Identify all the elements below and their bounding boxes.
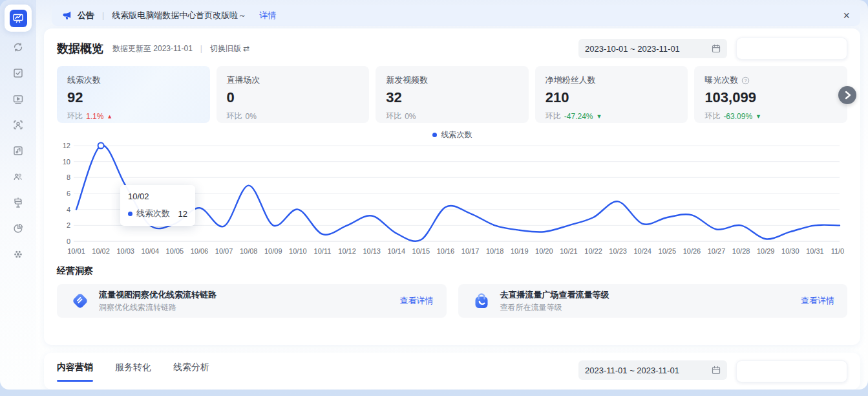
settings-icon[interactable] bbox=[12, 248, 24, 260]
stat-delta: 环比 0% bbox=[227, 111, 359, 122]
svg-text:10/29: 10/29 bbox=[757, 247, 775, 255]
stat-card-exposure[interactable]: 曝光次数 ? 103,099 环比 -63.09% ▼ bbox=[694, 66, 847, 123]
stat-card-row: 线索次数 92 环比 1.1% ▲ 直播场次 0 环比 0% 新发视频数 32 bbox=[57, 66, 847, 123]
svg-text:10/17: 10/17 bbox=[461, 247, 480, 255]
insight-subtitle: 洞察优化线索流转链路 bbox=[99, 302, 217, 313]
content-note-icon[interactable] bbox=[12, 145, 24, 157]
legend-label: 线索次数 bbox=[441, 129, 472, 140]
insight-card-live-traffic[interactable]: 去直播流量广场查看流量等级 查看所在流量等级 查看详情 bbox=[458, 284, 848, 318]
insight-title: 去直播流量广场查看流量等级 bbox=[500, 289, 609, 301]
bottom-date-range-picker[interactable]: 2023-11-01 ~ 2023-11-01 bbox=[578, 360, 727, 380]
page-title: 数据概览 bbox=[57, 41, 103, 56]
trend-down-icon: ▼ bbox=[756, 113, 761, 120]
sidebar bbox=[0, 0, 36, 390]
audience-icon[interactable] bbox=[12, 171, 24, 182]
svg-text:11/01: 11/01 bbox=[831, 247, 845, 255]
date-range-picker[interactable]: 2023-10-01 ~ 2023-11-01 bbox=[578, 39, 727, 58]
bottom-panel: 内容营销 服务转化 线索分析 2023-11-01 ~ 2023-11-01 bbox=[44, 353, 860, 390]
chevron-right-icon bbox=[838, 86, 856, 104]
refresh-icon[interactable] bbox=[12, 41, 24, 53]
stat-delta: 环比 -47.24% ▼ bbox=[545, 111, 678, 122]
stat-card-new-videos[interactable]: 新发视频数 32 环比 0% bbox=[376, 66, 529, 123]
stat-label: 新发视频数 bbox=[386, 74, 518, 86]
sidebar-item-data-center[interactable] bbox=[5, 5, 32, 32]
pie-chart-icon[interactable] bbox=[12, 223, 24, 234]
help-icon[interactable]: ? bbox=[741, 76, 750, 85]
svg-text:10/31: 10/31 bbox=[806, 247, 824, 255]
svg-text:10/14: 10/14 bbox=[387, 247, 405, 255]
svg-text:10/02: 10/02 bbox=[92, 247, 110, 255]
svg-text:10/25: 10/25 bbox=[659, 247, 677, 255]
video-icon[interactable] bbox=[12, 93, 24, 105]
svg-text:10/20: 10/20 bbox=[535, 247, 553, 255]
tab-service-conversion[interactable]: 服务转化 bbox=[115, 362, 151, 382]
switch-old-version-link[interactable]: 切换旧版 ⇄ bbox=[210, 43, 249, 54]
stat-label: 线索次数 bbox=[67, 74, 200, 86]
overview-panel: 数据概览 数据更新至 2023-11-01 | 切换旧版 ⇄ 2023-10-0… bbox=[44, 28, 860, 345]
chart-tooltip: 10/02 线索次数 12 bbox=[120, 185, 195, 226]
svg-text:?: ? bbox=[745, 78, 747, 83]
svg-text:10/01: 10/01 bbox=[67, 247, 85, 255]
svg-text:10/09: 10/09 bbox=[264, 247, 282, 255]
stat-value: 103,099 bbox=[704, 89, 837, 106]
chart-legend[interactable]: 线索次数 bbox=[57, 129, 847, 140]
svg-text:10/18: 10/18 bbox=[486, 247, 504, 255]
shopping-bag-icon bbox=[471, 291, 492, 311]
insight-card-traffic-view[interactable]: 流量视图洞察优化线索流转链路 洞察优化线索流转链路 查看详情 bbox=[57, 284, 447, 318]
announcement-bar: 公告 | 线索版电脑端数据中心首页改版啦～ 详情 × bbox=[52, 5, 860, 26]
svg-text:10/22: 10/22 bbox=[584, 247, 602, 255]
header-divider: | bbox=[200, 44, 202, 53]
customer-focus-icon[interactable] bbox=[12, 119, 24, 131]
tooltip-series-dot-icon bbox=[128, 212, 132, 216]
megaphone-icon bbox=[62, 10, 72, 21]
scroll-right-button[interactable] bbox=[838, 86, 856, 104]
stat-card-leads[interactable]: 线索次数 92 环比 1.1% ▲ bbox=[57, 66, 210, 123]
stat-card-net-fans[interactable]: 净增粉丝人数 210 环比 -47.24% ▼ bbox=[535, 66, 688, 123]
svg-text:10/06: 10/06 bbox=[191, 247, 209, 255]
stat-value: 32 bbox=[386, 89, 518, 106]
svg-text:10/23: 10/23 bbox=[609, 247, 627, 255]
svg-text:2: 2 bbox=[67, 221, 70, 229]
announcement-tag: 公告 bbox=[78, 10, 94, 21]
insight-subtitle: 查看所在流量等级 bbox=[500, 302, 609, 313]
bottom-tabs: 内容营销 服务转化 线索分析 bbox=[57, 362, 209, 382]
svg-text:10/08: 10/08 bbox=[240, 247, 258, 255]
svg-text:4: 4 bbox=[67, 206, 70, 214]
stat-value: 210 bbox=[545, 89, 678, 106]
svg-text:10/07: 10/07 bbox=[215, 247, 233, 255]
svg-text:10/27: 10/27 bbox=[708, 247, 726, 255]
svg-text:10/19: 10/19 bbox=[511, 247, 529, 255]
svg-text:6: 6 bbox=[67, 190, 70, 197]
data-updated-text: 数据更新至 2023-11-01 bbox=[112, 43, 193, 54]
svg-text:10/03: 10/03 bbox=[116, 247, 134, 255]
svg-text:10: 10 bbox=[63, 158, 70, 166]
close-icon[interactable]: × bbox=[843, 10, 850, 21]
announcement-divider: | bbox=[102, 11, 104, 20]
announcement-detail-link[interactable]: 详情 bbox=[259, 10, 276, 21]
date-range-value: 2023-10-01 ~ 2023-11-01 bbox=[585, 44, 680, 54]
signpost-icon[interactable] bbox=[12, 197, 24, 208]
svg-text:10/11: 10/11 bbox=[314, 247, 332, 255]
stat-label: 曝光次数 ? bbox=[704, 74, 837, 86]
panel-placeholder bbox=[736, 360, 847, 382]
insights-section: 经营洞察 流量视图洞察优化线索流转链路 洞察优化线索流转链路 bbox=[57, 265, 847, 318]
tooltip-date: 10/02 bbox=[128, 192, 187, 201]
svg-text:10/28: 10/28 bbox=[732, 247, 750, 255]
task-check-icon[interactable] bbox=[12, 67, 24, 79]
stat-card-live-sessions[interactable]: 直播场次 0 环比 0% bbox=[217, 66, 370, 123]
tab-leads-analysis[interactable]: 线索分析 bbox=[173, 362, 209, 382]
view-details-link[interactable]: 查看详情 bbox=[400, 295, 434, 307]
insight-title: 流量视图洞察优化线索流转链路 bbox=[99, 289, 217, 301]
view-details-link[interactable]: 查看详情 bbox=[801, 295, 834, 307]
insights-title: 经营洞察 bbox=[57, 265, 847, 277]
stat-value: 0 bbox=[227, 89, 359, 106]
tab-content-marketing[interactable]: 内容营销 bbox=[57, 362, 93, 382]
stat-delta: 环比 -63.09% ▼ bbox=[704, 111, 837, 122]
svg-text:10/26: 10/26 bbox=[683, 247, 701, 255]
trend-down-icon: ▼ bbox=[596, 113, 602, 120]
bottom-date-range-value: 2023-11-01 ~ 2023-11-01 bbox=[585, 366, 679, 375]
app-window: 公告 | 线索版电脑端数据中心首页改版啦～ 详情 × 数据概览 数据更新至 20… bbox=[0, 0, 868, 390]
svg-text:10/30: 10/30 bbox=[781, 247, 799, 255]
stat-label: 净增粉丝人数 bbox=[545, 74, 678, 86]
svg-text:10/21: 10/21 bbox=[560, 247, 578, 255]
